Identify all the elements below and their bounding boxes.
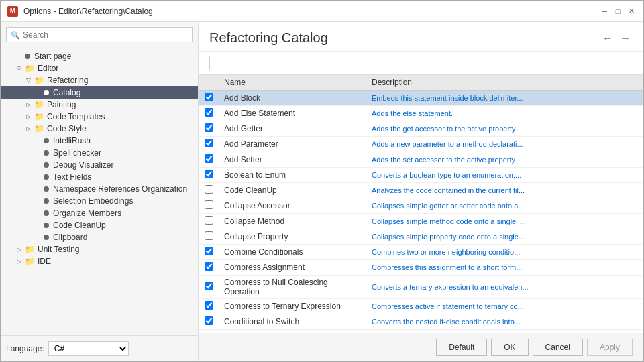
sidebar-item-code-style[interactable]: ▷ 📁 Code Style [1, 123, 198, 135]
sidebar-item-code-templates[interactable]: ▷ 📁 Code Templates [1, 111, 198, 123]
checkbox-cell[interactable] [199, 276, 219, 299]
item-checkbox[interactable] [205, 170, 213, 178]
table-row[interactable]: Compress AssignmentCompresses this assig… [199, 260, 643, 276]
item-checkbox[interactable] [205, 108, 213, 117]
sidebar-item-start-page[interactable]: Start page [1, 50, 198, 62]
item-checkbox[interactable] [205, 247, 213, 255]
checkbox-cell[interactable] [199, 152, 219, 168]
folder-icon: 📁 [25, 245, 35, 254]
checkbox-cell[interactable] [199, 90, 219, 106]
item-desc: Adds the set accessor to the active prop… [366, 152, 643, 168]
folder-icon: 📁 [34, 112, 44, 121]
sidebar-item-painting[interactable]: ▷ 📁 Painting [1, 99, 198, 111]
default-button[interactable]: Default [436, 339, 487, 356]
item-desc: Adds a new parameter to a method declara… [366, 137, 643, 152]
item-checkbox[interactable] [205, 93, 213, 101]
checkbox-cell[interactable] [199, 314, 219, 330]
item-desc: Compresses this assignment to a short fo… [366, 260, 643, 276]
table-row[interactable]: Add BlockEmbeds this statement inside bl… [199, 90, 643, 106]
item-checkbox[interactable] [205, 231, 213, 240]
sidebar-item-spell-checker[interactable]: Spell checker [1, 147, 198, 159]
apply-button[interactable]: Apply [587, 339, 633, 356]
checkbox-cell[interactable] [199, 245, 219, 260]
checkbox-cell[interactable] [199, 121, 219, 137]
sidebar-item-organize-members[interactable]: Organize Members [1, 207, 198, 219]
sidebar-item-selection-embeddings[interactable]: Selection Embeddings [1, 195, 198, 207]
expander [33, 221, 42, 230]
table-row[interactable]: Boolean to EnumConverts a boolean type t… [199, 168, 643, 183]
sidebar-item-code-cleanup[interactable]: Code CleanUp [1, 219, 198, 231]
item-checkbox[interactable] [205, 123, 213, 132]
search-box[interactable]: 🔍 [6, 27, 193, 42]
checkbox-cell[interactable] [199, 168, 219, 183]
sidebar-item-namespace-refs[interactable]: Namespace References Organization [1, 183, 198, 195]
item-desc: Embeds this statement inside block delim… [366, 90, 643, 106]
dot-icon [44, 235, 49, 240]
sidebar-item-debug-visualizer[interactable]: Debug Visualizer [1, 159, 198, 171]
sidebar-item-label: Code CleanUp [53, 221, 106, 230]
checkbox-cell[interactable] [199, 137, 219, 152]
table-row[interactable]: Add SetterAdds the set accessor to the a… [199, 152, 643, 168]
expander [33, 196, 42, 206]
item-checkbox[interactable] [205, 316, 213, 325]
table-row[interactable]: Compress to Ternary ExpressionCompresses… [199, 299, 643, 314]
window-title: Options - Editor\Refactoring\Catalog [23, 7, 153, 16]
table-row[interactable]: Add ParameterAdds a new parameter to a m… [199, 137, 643, 152]
table-row[interactable]: Add Else StatementAdds the else statemen… [199, 106, 643, 121]
table-row[interactable]: Code CleanUpAnalyzes the code contained … [199, 183, 643, 198]
maximize-button[interactable]: □ [612, 6, 623, 17]
cancel-button[interactable]: Cancel [533, 339, 583, 356]
ok-button[interactable]: OK [491, 339, 528, 356]
item-checkbox[interactable] [205, 139, 213, 147]
item-name: Conditional to Switch [219, 314, 366, 330]
forward-arrow-button[interactable]: → [618, 31, 633, 46]
sidebar-item-clipboard[interactable]: Clipboard [1, 231, 198, 243]
sidebar-item-editor[interactable]: ▽ 📁 Editor [1, 62, 198, 74]
language-label: Language: [6, 344, 44, 353]
sidebar-item-catalog[interactable]: Catalog [1, 86, 198, 99]
expander [33, 148, 42, 158]
expander [14, 52, 23, 61]
sidebar-item-intellirush[interactable]: IntelliRush [1, 135, 198, 147]
sidebar-item-refactoring[interactable]: ▽ 📁 Refactoring [1, 74, 198, 86]
expander [33, 233, 42, 242]
item-checkbox[interactable] [205, 282, 213, 290]
checkbox-cell[interactable] [199, 183, 219, 198]
sidebar-item-label: Namespace References Organization [53, 184, 187, 194]
sidebar-item-label: Catalog [53, 88, 80, 97]
checkbox-cell[interactable] [199, 198, 219, 214]
sidebar-item-ide[interactable]: ▷ 📁 IDE [1, 255, 198, 267]
sidebar-item-label: Spell checker [53, 148, 101, 158]
catalog-search-input[interactable] [209, 56, 343, 70]
table-row[interactable]: Collapse AccessorCollapses simple getter… [199, 198, 643, 214]
item-checkbox[interactable] [205, 154, 213, 163]
col-desc: Description [366, 75, 643, 90]
folder-icon: 📁 [25, 64, 35, 73]
checkbox-cell[interactable] [199, 229, 219, 245]
back-arrow-button[interactable]: ← [600, 31, 615, 46]
item-checkbox[interactable] [205, 216, 213, 225]
table-row[interactable]: Collapse MethodCollapses simple method c… [199, 214, 643, 229]
table-row[interactable]: Add GetterAdds the get accessor to the a… [199, 121, 643, 137]
checkbox-cell[interactable] [199, 106, 219, 121]
table-row[interactable]: Collapse PropertyCollapses simple proper… [199, 229, 643, 245]
language-select[interactable]: C# VB.NET [48, 341, 129, 356]
item-checkbox[interactable] [205, 185, 213, 194]
sidebar-item-text-fields[interactable]: Text Fields [1, 171, 198, 183]
search-input[interactable] [23, 30, 188, 40]
checkbox-cell[interactable] [199, 260, 219, 276]
item-checkbox[interactable] [205, 262, 213, 271]
sidebar-item-unit-testing[interactable]: ▷ 📁 Unit Testing [1, 243, 198, 255]
table-row[interactable]: Conditional to SwitchConverts the nested… [199, 314, 643, 330]
table-row[interactable]: Combine ConditionalsCombines two or more… [199, 245, 643, 260]
app-icon: M [7, 6, 18, 17]
sidebar-item-label: Organize Members [53, 208, 121, 218]
item-checkbox[interactable] [205, 301, 213, 310]
table-row[interactable]: Compress to Null Coalescing OperationCon… [199, 276, 643, 299]
checkbox-cell[interactable] [199, 299, 219, 314]
minimize-button[interactable]: ─ [599, 6, 610, 17]
item-name: Collapse Method [219, 214, 366, 229]
checkbox-cell[interactable] [199, 214, 219, 229]
close-button[interactable]: ✕ [626, 6, 637, 17]
item-checkbox[interactable] [205, 200, 213, 209]
